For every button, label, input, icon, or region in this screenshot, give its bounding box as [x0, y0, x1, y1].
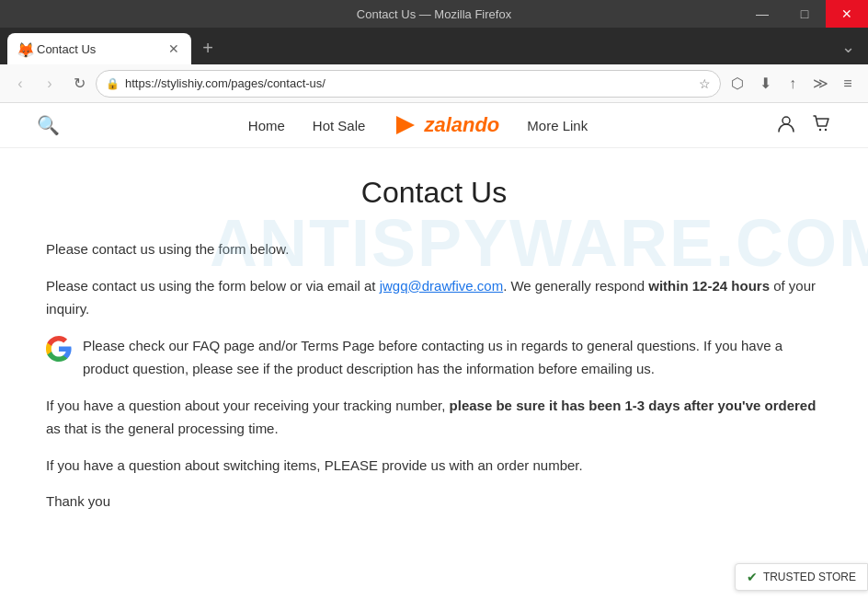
maximize-button[interactable]: □ — [783, 0, 826, 28]
p2-pre-text: Please contact us using the form below o… — [46, 278, 380, 294]
nav-more-link[interactable]: More Link — [527, 118, 588, 133]
email-link[interactable]: jwgq@drawfive.com — [380, 278, 503, 294]
website-content: 🔍 Home Hot Sale zalando More Link — [0, 103, 868, 600]
lock-icon: 🔒 — [106, 77, 120, 90]
header-right — [776, 113, 831, 138]
address-bar[interactable]: 🔒 https://stylishiy.com/pages/contact-us… — [96, 70, 721, 98]
minimize-button[interactable]: — — [741, 0, 783, 28]
site-search-icon[interactable]: 🔍 — [37, 114, 60, 136]
tab-title: Contact Us — [37, 42, 160, 56]
site-header: 🔍 Home Hot Sale zalando More Link — [0, 103, 868, 148]
google-row: Please check our FAQ page and/or Terms P… — [46, 334, 822, 381]
paragraph-2: Please contact us using the form below o… — [46, 274, 822, 321]
paragraph-4: If you have a question about your receiv… — [46, 394, 822, 441]
bookmark-icon[interactable]: ☆ — [699, 76, 711, 91]
window-title: Contact Us — Mozilla Firefox — [357, 7, 511, 21]
pocket-button[interactable]: ⬡ — [725, 71, 750, 97]
p4-pre-text: If you have a question about your receiv… — [46, 398, 450, 413]
tab-close-button[interactable]: ✕ — [166, 40, 182, 57]
tab-bar: 🦊 Contact Us ✕ + ⌄ — [0, 28, 868, 64]
window-controls: — □ ✕ — [741, 0, 868, 28]
share-button[interactable]: ↑ — [780, 71, 805, 97]
tab-list-button[interactable]: ⌄ — [836, 35, 861, 59]
svg-marker-0 — [396, 116, 415, 134]
tab-favicon: 🦊 — [17, 41, 31, 56]
shield-icon: ✔ — [747, 570, 758, 584]
svg-point-2 — [819, 128, 821, 130]
trusted-store-badge: ✔ TRUSTED STORE — [735, 563, 868, 591]
logo-text: zalando — [424, 113, 499, 137]
paragraph-5: If you have a question about switching i… — [46, 454, 822, 478]
svg-point-3 — [825, 128, 827, 130]
address-icons: ☆ — [699, 76, 711, 91]
p2-bold-text: within 12-24 hours — [648, 278, 770, 294]
p4-end-text: as that is the general processing time. — [46, 421, 279, 436]
extensions-button[interactable]: ≫ — [807, 71, 833, 97]
nav-right-icons: ⬡ ⬇ ↑ ≫ ≡ — [725, 71, 861, 97]
nav-hot-sale[interactable]: Hot Sale — [313, 118, 366, 133]
header-nav: Home Hot Sale zalando More Link — [248, 112, 588, 138]
refresh-button[interactable]: ↻ — [66, 71, 92, 97]
back-button[interactable]: ‹ — [7, 71, 33, 97]
nav-home[interactable]: Home — [248, 118, 285, 133]
cart-icon[interactable] — [811, 113, 831, 138]
active-tab[interactable]: 🦊 Contact Us ✕ — [7, 33, 191, 64]
logo-icon — [393, 112, 418, 138]
trusted-store-label: TRUSTED STORE — [763, 571, 856, 583]
site-logo[interactable]: zalando — [393, 112, 499, 138]
forward-button[interactable]: › — [37, 71, 63, 97]
new-tab-button[interactable]: + — [195, 35, 221, 61]
svg-point-1 — [782, 117, 790, 124]
page-title: Contact Us — [46, 176, 822, 210]
google-logo — [46, 336, 72, 362]
close-button[interactable]: ✕ — [826, 0, 868, 28]
navigation-bar: ‹ › ↻ 🔒 https://stylishiy.com/pages/cont… — [0, 64, 868, 103]
main-content: ANTISPYWARE.COM Contact Us Please contac… — [0, 148, 868, 545]
paragraph-3: Please check our FAQ page and/or Terms P… — [83, 334, 822, 381]
header-left: 🔍 — [37, 114, 60, 136]
paragraph-1: Please contact us using the form below. — [46, 237, 822, 261]
title-bar: Contact Us — Mozilla Firefox — □ ✕ — [0, 0, 868, 28]
download-button[interactable]: ⬇ — [752, 71, 778, 97]
menu-button[interactable]: ≡ — [835, 71, 861, 97]
p4-bold-text: please be sure it has been 1-3 days afte… — [450, 398, 817, 413]
url-text: https://stylishiy.com/pages/contact-us/ — [125, 76, 693, 90]
user-icon[interactable] — [776, 113, 796, 138]
paragraph-6: Thank you — [46, 490, 822, 513]
p2-post-text: . We generally respond — [503, 278, 648, 294]
